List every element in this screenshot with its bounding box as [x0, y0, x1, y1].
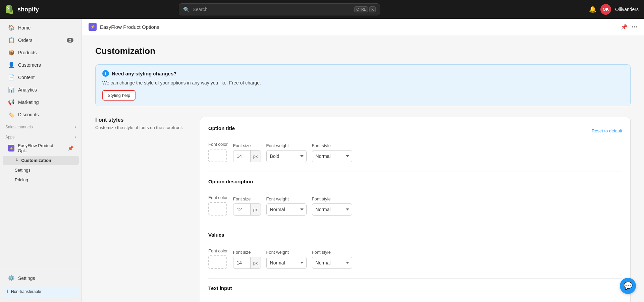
marketing-icon: 📢 — [8, 99, 15, 105]
values-style-select[interactable]: Normal Italic Oblique — [312, 257, 352, 269]
chat-button[interactable]: 💬 — [620, 278, 636, 294]
option-desc-color-group: Font color — [208, 195, 228, 216]
content-area: ⚡ EasyFlow Product Options 📌 ••• Customi… — [82, 19, 644, 302]
divider-3 — [208, 278, 622, 279]
sidebar-item-customers[interactable]: 👤 Customers — [3, 59, 79, 71]
option-desc-weight-label: Font weight — [266, 196, 307, 201]
orders-icon: 📋 — [8, 37, 15, 43]
option-desc-header: Option description — [208, 179, 622, 190]
sidebar-item-orders[interactable]: 📋 Orders 2 — [3, 34, 79, 46]
option-desc-size-input[interactable] — [233, 207, 250, 212]
option-desc-size-input-wrapper: px — [233, 203, 261, 216]
banner-info-icon: i — [102, 70, 109, 77]
option-title-style-group: Font style Normal Italic Oblique — [312, 143, 352, 162]
search-icon: 🔍 — [183, 6, 190, 13]
easyflow-label: EasyFlow Product Opt... — [18, 143, 63, 153]
sidebar-label-products: Products — [18, 50, 37, 55]
values-header: Values — [208, 232, 622, 243]
orders-badge: 2 — [67, 38, 73, 43]
home-icon: 🏠 — [8, 24, 15, 31]
option-desc-label: Option description — [208, 179, 253, 184]
values-weight-group: Font weight Normal Bold Light — [266, 250, 307, 269]
option-title-style-select[interactable]: Normal Italic Oblique — [312, 150, 352, 162]
app-header-icon: ⚡ — [89, 23, 97, 31]
notification-bell-icon[interactable]: 🔔 — [589, 6, 596, 13]
option-title-color-label: Font color — [208, 142, 228, 147]
sidebar-item-analytics[interactable]: 📊 Analytics — [3, 84, 79, 96]
option-title-size-unit: px — [250, 150, 261, 162]
option-title-color-group: Font color — [208, 142, 228, 162]
font-styles-title: Font styles — [95, 117, 189, 123]
option-desc-size-label: Font size — [233, 196, 261, 201]
app-header-title: EasyFlow Product Options — [100, 24, 159, 30]
option-title-size-input[interactable] — [233, 154, 250, 159]
sidebar-item-marketing[interactable]: 📢 Marketing — [3, 96, 79, 108]
ctrl-key: CTRL — [354, 6, 368, 12]
banner-body: We can change the style of your options … — [102, 80, 624, 85]
values-weight-label: Font weight — [266, 250, 307, 255]
values-style-group: Font style Normal Italic Oblique — [312, 250, 352, 269]
sidebar-item-content[interactable]: 📄 Content — [3, 71, 79, 83]
values-weight-select[interactable]: Normal Bold Light — [266, 257, 307, 269]
sidebar-bottom: ⚙️ Settings ℹ Non-transferable — [0, 269, 82, 299]
search-bar[interactable]: 🔍 CTRL K — [179, 3, 380, 15]
text-input-header: Text input — [208, 285, 622, 296]
logo-text: shopify — [17, 6, 39, 13]
option-desc-color-label: Font color — [208, 195, 228, 200]
apps-chevron-icon: › — [75, 135, 76, 139]
avatar: OK — [600, 4, 611, 15]
username: Ollivanders — [615, 7, 639, 12]
option-title-weight-select[interactable]: Normal Bold Light — [266, 150, 307, 162]
shopify-logo: shopify — [5, 5, 72, 14]
reset-to-default-link[interactable]: Reset to default — [592, 128, 622, 133]
content-icon: 📄 — [8, 74, 15, 80]
sidebar-item-discounts[interactable]: 🏷️ Discounts — [3, 109, 79, 120]
sales-channels-chevron-icon: › — [75, 125, 76, 129]
option-desc-style-group: Font style Normal Italic Oblique — [312, 196, 352, 216]
option-title-color-swatch[interactable] — [208, 149, 227, 162]
option-title-header: Option title Reset to default — [208, 125, 622, 136]
pin-icon[interactable]: 📌 — [68, 145, 73, 151]
sidebar-item-easyflow[interactable]: ⚡ EasyFlow Product Opt... 📌 — [3, 141, 79, 155]
font-styles-section: Font styles Customize the style of fonts… — [95, 117, 631, 302]
option-desc-style-select[interactable]: Normal Italic Oblique — [312, 203, 352, 216]
sidebar-subitem-pricing[interactable]: Pricing — [3, 175, 79, 184]
sidebar-label-home: Home — [18, 25, 31, 31]
discounts-icon: 🏷️ — [8, 111, 15, 118]
sidebar-subitem-customization[interactable]: └ Customization — [3, 156, 79, 165]
sidebar-item-settings[interactable]: ⚙️ Settings — [3, 272, 79, 284]
chat-icon: 💬 — [624, 282, 633, 290]
option-title-label: Option title — [208, 125, 235, 131]
products-icon: 📦 — [8, 49, 15, 56]
search-input[interactable] — [193, 7, 352, 12]
non-transferable-badge: ℹ Non-transferable — [3, 287, 79, 297]
styling-help-button[interactable]: Styling help — [102, 90, 136, 101]
option-title-size-input-wrapper: px — [233, 150, 261, 162]
option-title-weight-label: Font weight — [266, 143, 307, 148]
font-styles-panel: Option title Reset to default Font color… — [200, 117, 631, 302]
customers-icon: 👤 — [8, 62, 15, 68]
analytics-icon: 📊 — [8, 86, 15, 93]
option-title-size-label: Font size — [233, 143, 261, 148]
values-color-group: Font color — [208, 248, 228, 269]
sidebar-item-products[interactable]: 📦 Products — [3, 47, 79, 58]
easyflow-app-icon: ⚡ — [8, 145, 14, 152]
option-desc-weight-select[interactable]: Normal Bold Light — [266, 203, 307, 216]
sales-channels-section: Sales channels › — [0, 121, 82, 131]
option-desc-color-swatch[interactable] — [208, 202, 227, 216]
sidebar-label-discounts: Discounts — [18, 112, 39, 117]
text-input-group: Text input — [208, 285, 622, 296]
pin-header-icon[interactable]: 📌 — [621, 24, 628, 30]
sidebar-label-marketing: Marketing — [18, 100, 39, 105]
settings-label: Settings — [18, 276, 35, 281]
values-size-input[interactable] — [233, 260, 250, 265]
settings-icon: ⚙️ — [8, 275, 15, 281]
sidebar: 🏠 Home 📋 Orders 2 📦 Products 👤 Customers… — [0, 19, 82, 302]
values-style-label: Font style — [312, 250, 352, 255]
sidebar-item-home[interactable]: 🏠 Home — [3, 22, 79, 34]
k-key: K — [369, 6, 376, 12]
more-options-icon[interactable]: ••• — [632, 24, 637, 30]
sidebar-subitem-settings[interactable]: Settings — [3, 166, 79, 175]
font-styles-desc: Customize the style of fonts on the stor… — [95, 125, 189, 130]
values-color-swatch[interactable] — [208, 255, 227, 269]
